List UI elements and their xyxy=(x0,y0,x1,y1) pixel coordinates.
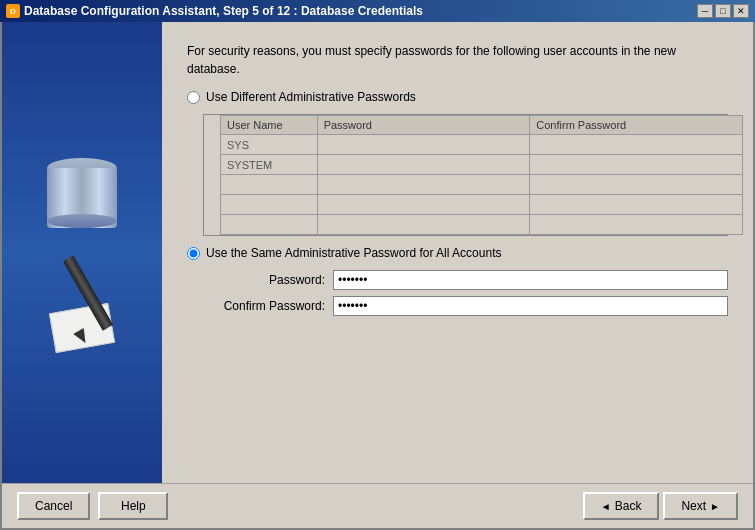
table-header-row: User Name Password Confirm Password xyxy=(221,116,743,135)
empty-cell xyxy=(317,175,530,195)
cancel-button[interactable]: Cancel xyxy=(17,492,90,520)
password-label: Password: xyxy=(205,273,325,287)
radio-different-option[interactable]: Use Different Administrative Passwords xyxy=(187,90,728,104)
empty-cell xyxy=(317,215,530,235)
radio-different-input[interactable] xyxy=(187,91,200,104)
col-username: User Name xyxy=(221,116,318,135)
description-line1: For security reasons, you must specify p… xyxy=(187,44,676,58)
confirm-label: Confirm Password: xyxy=(205,299,325,313)
cylinder-body xyxy=(47,168,117,228)
minimize-button[interactable]: ─ xyxy=(697,4,713,18)
cell-sys-username: SYS xyxy=(221,135,318,155)
radio-section: Use Different Administrative Passwords U… xyxy=(187,90,728,316)
back-button[interactable]: ◄ Back xyxy=(583,492,660,520)
back-label: Back xyxy=(615,499,642,513)
credentials-table-container: User Name Password Confirm Password SYS xyxy=(203,114,728,236)
same-password-section: Password: Confirm Password: xyxy=(205,270,728,316)
back-arrow-icon: ◄ xyxy=(601,501,611,512)
radio-same-input[interactable] xyxy=(187,247,200,260)
bottom-bar: Cancel Help ◄ Back Next ► xyxy=(2,483,753,528)
maximize-button[interactable]: □ xyxy=(715,4,731,18)
title-bar-left: D Database Configuration Assistant, Step… xyxy=(6,4,423,18)
password-field-row: Password: xyxy=(205,270,728,290)
table-row: SYSTEM xyxy=(221,155,743,175)
main-window: For security reasons, you must specify p… xyxy=(0,22,755,530)
description-line2: database. xyxy=(187,62,240,76)
help-button[interactable]: Help xyxy=(98,492,168,520)
radio-same-label: Use the Same Administrative Password for… xyxy=(206,246,501,260)
cell-system-username: SYSTEM xyxy=(221,155,318,175)
next-arrow-icon: ► xyxy=(710,501,720,512)
empty-cell xyxy=(221,215,318,235)
system-password-input[interactable] xyxy=(324,159,524,171)
col-confirm: Confirm Password xyxy=(530,116,743,135)
col-password: Password xyxy=(317,116,530,135)
radio-same-option[interactable]: Use the Same Administrative Password for… xyxy=(187,246,728,260)
empty-cell xyxy=(317,195,530,215)
empty-cell xyxy=(530,215,743,235)
password-input[interactable] xyxy=(333,270,728,290)
right-panel: For security reasons, you must specify p… xyxy=(162,22,753,483)
database-icon xyxy=(47,158,117,238)
table-row: SYS xyxy=(221,135,743,155)
window-controls[interactable]: ─ □ ✕ xyxy=(697,4,749,18)
illustration xyxy=(22,138,142,368)
cell-system-confirm[interactable] xyxy=(530,155,743,175)
system-confirm-input[interactable] xyxy=(536,159,736,171)
cylinder-bottom xyxy=(47,214,117,228)
confirm-field-row: Confirm Password: xyxy=(205,296,728,316)
title-bar: D Database Configuration Assistant, Step… xyxy=(0,0,755,22)
credentials-table: User Name Password Confirm Password SYS xyxy=(220,115,743,235)
empty-cell xyxy=(530,195,743,215)
window-title: Database Configuration Assistant, Step 5… xyxy=(24,4,423,18)
empty-cell xyxy=(530,175,743,195)
app-icon: D xyxy=(6,4,20,18)
left-panel xyxy=(2,22,162,483)
empty-cell xyxy=(221,195,318,215)
next-label: Next xyxy=(681,499,706,513)
table-row-empty3 xyxy=(221,215,743,235)
table-row-empty1 xyxy=(221,175,743,195)
confirm-password-input[interactable] xyxy=(333,296,728,316)
content-area: For security reasons, you must specify p… xyxy=(2,22,753,483)
cell-sys-confirm[interactable] xyxy=(530,135,743,155)
bottom-right-buttons: ◄ Back Next ► xyxy=(583,492,738,520)
sys-confirm-input[interactable] xyxy=(536,139,736,151)
pen-illustration xyxy=(42,248,122,348)
close-button[interactable]: ✕ xyxy=(733,4,749,18)
cell-sys-password[interactable] xyxy=(317,135,530,155)
table-row-empty2 xyxy=(221,195,743,215)
next-button[interactable]: Next ► xyxy=(663,492,738,520)
radio-different-label: Use Different Administrative Passwords xyxy=(206,90,416,104)
sys-password-input[interactable] xyxy=(324,139,524,151)
description-text: For security reasons, you must specify p… xyxy=(187,42,728,78)
cell-system-password[interactable] xyxy=(317,155,530,175)
empty-cell xyxy=(221,175,318,195)
bottom-left-buttons: Cancel Help xyxy=(17,492,168,520)
